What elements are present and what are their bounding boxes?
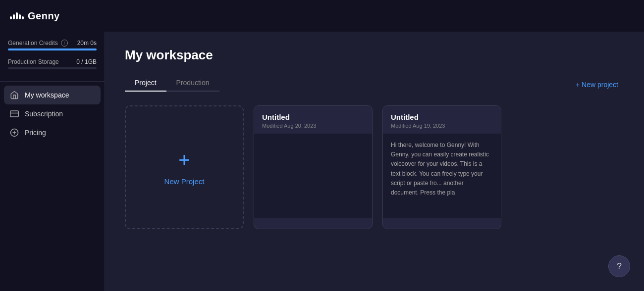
content-area: My workspace Project Production + New pr…	[105, 32, 644, 291]
storage-progress-track	[8, 67, 97, 69]
logo-text: Genny	[28, 10, 60, 22]
new-project-plus-icon: +	[178, 149, 190, 171]
new-project-card[interactable]: + New Project	[125, 105, 244, 229]
credits-label: Generation Credits	[8, 40, 58, 47]
storage-row: Production Storage 0 / 1GB	[8, 58, 97, 65]
sidebar-item-subscription[interactable]: Subscription	[4, 104, 101, 123]
sidebar-divider	[0, 81, 105, 82]
project-card-header-2: Untitled Modified Aug 19, 2023	[383, 106, 501, 134]
credits-progress-track	[8, 48, 97, 50]
storage-label: Production Storage	[8, 58, 59, 65]
sidebar-item-my-workspace[interactable]: My workspace	[4, 86, 101, 104]
tab-project[interactable]: Project	[125, 75, 166, 92]
topbar: Genny	[0, 0, 644, 32]
help-icon: ?	[617, 261, 622, 272]
new-project-button[interactable]: + New project	[570, 78, 624, 92]
project-card-date-2: Modified Aug 19, 2023	[391, 123, 493, 129]
sidebar-nav: My workspace Subscription	[0, 86, 105, 283]
sidebar-item-label-workspace: My workspace	[25, 91, 69, 99]
sidebar-item-label-pricing: Pricing	[25, 129, 46, 137]
credits-row: Generation Credits i 20m 0s	[8, 40, 97, 47]
storage-label-group: Production Storage	[8, 58, 59, 65]
projects-grid: + New Project Untitled Modified Aug 20, …	[125, 105, 624, 229]
main-layout: Generation Credits i 20m 0s Production S…	[0, 32, 644, 291]
project-card-header-1: Untitled Modified Aug 20, 2023	[254, 106, 372, 134]
sidebar-item-pricing[interactable]: Pricing	[4, 123, 101, 142]
credits-label-group: Generation Credits i	[8, 40, 68, 47]
sidebar: Generation Credits i 20m 0s Production S…	[0, 32, 105, 291]
tab-production[interactable]: Production	[166, 75, 219, 92]
project-card-title-1: Untitled	[262, 113, 364, 121]
credits-progress-fill	[8, 48, 97, 50]
card-icon	[10, 109, 19, 118]
project-card-untitled-1[interactable]: Untitled Modified Aug 20, 2023	[254, 105, 373, 229]
sidebar-item-label-subscription: Subscription	[25, 110, 63, 118]
project-card-preview-2: Hi there, welcome to Genny! With Genny, …	[383, 134, 501, 218]
project-card-title-2: Untitled	[391, 113, 493, 121]
tag-icon	[10, 128, 19, 137]
home-icon	[10, 91, 19, 99]
workspace-tabs: Project Production	[125, 75, 219, 92]
new-project-card-label: New Project	[164, 177, 205, 186]
help-button[interactable]: ?	[608, 255, 630, 277]
logo: Genny	[10, 10, 60, 22]
storage-value: 0 / 1GB	[76, 58, 97, 65]
credits-value: 20m 0s	[77, 40, 97, 47]
info-icon[interactable]: i	[61, 40, 68, 47]
logo-icon	[10, 12, 24, 19]
page-title: My workspace	[125, 48, 624, 63]
credits-section: Generation Credits i 20m 0s	[0, 40, 105, 50]
svg-rect-0	[10, 111, 19, 117]
project-card-preview-1	[254, 134, 372, 218]
project-card-untitled-2[interactable]: Untitled Modified Aug 19, 2023 Hi there,…	[382, 105, 501, 229]
project-card-date-1: Modified Aug 20, 2023	[262, 123, 364, 129]
storage-section: Production Storage 0 / 1GB	[0, 58, 105, 69]
